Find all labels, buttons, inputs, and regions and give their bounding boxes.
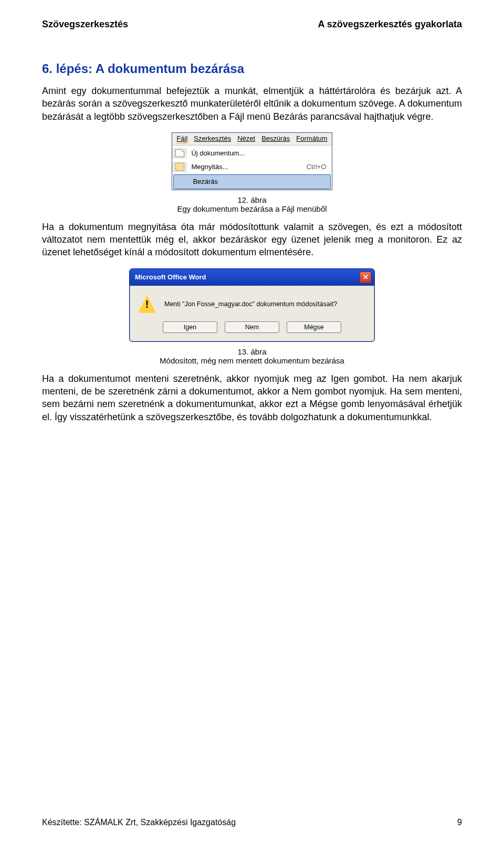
dialog-body: Menti "Jon Fosse_magyar.doc" dokumentum … [130, 286, 374, 319]
figure-1: Fájl Szerkesztés Nézet Beszúrás Formátum… [42, 132, 462, 190]
page-number: 9 [457, 818, 462, 827]
dialog-title: Microsoft Office Word [135, 273, 206, 281]
menu-fajl[interactable]: Fájl [176, 134, 187, 143]
header-right: A szövegszerkesztés gyakorlata [318, 19, 462, 30]
dialog-buttons: Igen Nem Mégse [130, 319, 374, 341]
caption-number: 13. ábra [237, 347, 266, 356]
menu-formatum[interactable]: Formátum [296, 134, 327, 143]
figure-2-caption: 13. ábra Módosított, még nem mentett dok… [42, 347, 462, 365]
cancel-button[interactable]: Mégse [287, 321, 341, 333]
yes-button[interactable]: Igen [163, 321, 217, 333]
warning-icon [138, 295, 156, 313]
open-folder-icon [172, 162, 187, 172]
menu-item-shortcut: Ctrl+O [296, 163, 327, 171]
paragraph-2: Ha a dokumentum megnyitása óta már módos… [42, 221, 462, 259]
close-icon[interactable]: ✕ [360, 272, 371, 283]
menu-item-new[interactable]: Új dokumentum... [172, 147, 331, 160]
new-document-icon [172, 148, 187, 159]
menu-szerkesztes[interactable]: Szerkesztés [194, 134, 231, 143]
document-page: Szövegszerkesztés A szövegszerkesztés gy… [0, 0, 504, 843]
menu-nezet[interactable]: Nézet [237, 134, 255, 143]
menu-bar: Fájl Szerkesztés Nézet Beszúrás Formátum [172, 133, 331, 145]
caption-text: Egy dokumentum bezárása a Fájl menüből [177, 204, 327, 213]
paragraph-3: Ha a dokumentumot menteni szeretnénk, ak… [42, 372, 462, 423]
page-footer: Készítette: SZÁMALK Zrt, Szakképzési Iga… [42, 818, 462, 827]
no-button[interactable]: Nem [225, 321, 279, 333]
dialog-message: Menti "Jon Fosse_magyar.doc" dokumentum … [164, 300, 337, 308]
menu-item-label: Bezárás [193, 178, 310, 185]
save-dialog: Microsoft Office Word ✕ Menti "Jon Fosse… [129, 268, 375, 342]
menu-beszuras[interactable]: Beszúrás [261, 134, 290, 143]
menu-item-label: Megnyitás... [191, 163, 291, 171]
section-title: 6. lépés: A dokumentum bezárása [42, 61, 462, 76]
menu-item-close[interactable]: Bezárás [173, 174, 330, 189]
figure-2: Microsoft Office Word ✕ Menti "Jon Fosse… [42, 268, 462, 342]
caption-text: Módosított, még nem mentett dokumentum b… [160, 356, 344, 365]
header-left: Szövegszerkesztés [42, 19, 128, 30]
blank-icon [174, 176, 188, 187]
footer-left: Készítette: SZÁMALK Zrt, Szakképzési Iga… [42, 818, 236, 827]
paragraph-1: Amint egy dokumentummal befejeztük a mun… [42, 85, 462, 123]
menu-item-label: Új dokumentum... [191, 149, 311, 157]
menu-item-open[interactable]: Megnyitás... Ctrl+O [172, 160, 331, 174]
file-menu-mock: Fájl Szerkesztés Nézet Beszúrás Formátum… [172, 132, 332, 190]
page-header: Szövegszerkesztés A szövegszerkesztés gy… [42, 19, 462, 30]
menu-dropdown: Új dokumentum... Megnyitás... Ctrl+O Bez… [172, 145, 331, 189]
dialog-titlebar: Microsoft Office Word ✕ [130, 269, 374, 286]
caption-number: 12. ábra [237, 195, 266, 204]
figure-1-caption: 12. ábra Egy dokumentum bezárása a Fájl … [42, 195, 462, 213]
